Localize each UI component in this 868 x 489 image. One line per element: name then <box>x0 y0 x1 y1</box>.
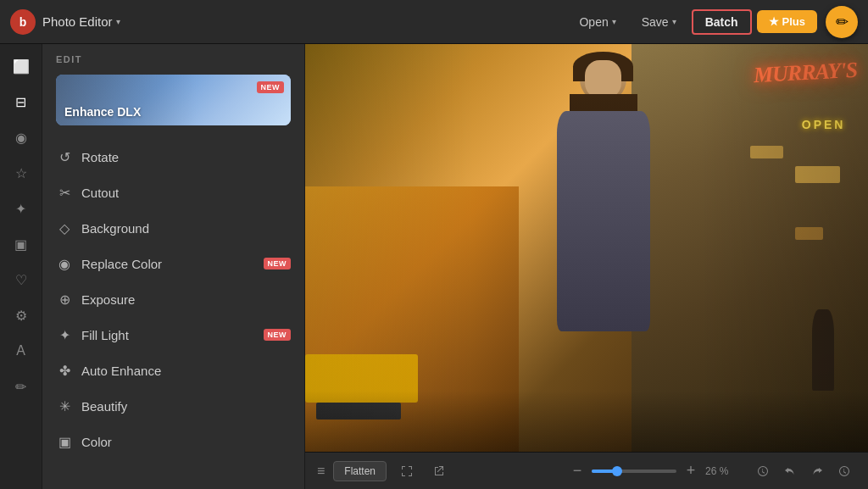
auto-enhance-icon: ✤ <box>56 362 73 379</box>
color-label: Color <box>81 435 291 449</box>
exposure-label: Exposure <box>81 292 291 307</box>
flatten-button[interactable]: Flatten <box>333 461 387 481</box>
color-icon: ▣ <box>56 433 73 450</box>
zoom-minus-button[interactable]: − <box>568 462 587 481</box>
replace-color-badge: NEW <box>264 258 292 270</box>
sidebar-btn-settings[interactable]: ⚙ <box>6 300 36 331</box>
canvas-area: MURRAY'S OPEN <box>305 44 868 489</box>
batch-button[interactable]: Batch <box>692 9 752 35</box>
app-logo: b <box>10 9 36 35</box>
redo-icon[interactable] <box>805 459 829 483</box>
background-icon: ◇ <box>56 219 73 236</box>
replace-color-icon: ◉ <box>56 255 73 272</box>
fill-light-tool[interactable]: ✦ Fill Light NEW <box>42 317 304 353</box>
sidebar-btn-star[interactable]: ☆ <box>6 158 36 188</box>
save-button[interactable]: Save ▾ <box>632 11 687 33</box>
sidebar-btn-heart[interactable]: ♡ <box>6 264 36 295</box>
bottom-right-icons <box>751 459 856 483</box>
sidebar-btn-sliders[interactable]: ⊟ <box>6 86 36 117</box>
heart-icon: ♡ <box>15 272 27 288</box>
history-icon[interactable] <box>832 459 856 483</box>
auto-enhance-tool[interactable]: ✤ Auto Enhance <box>42 353 304 388</box>
sidebar-btn-text[interactable]: A <box>6 336 36 366</box>
tools-header: EDIT <box>42 44 304 71</box>
photo-scene: MURRAY'S OPEN <box>305 44 868 452</box>
background-tool[interactable]: ◇ Background <box>42 210 304 246</box>
fill-light-badge: NEW <box>264 329 292 341</box>
plus-button[interactable]: ★ Plus <box>757 10 817 33</box>
star-icon: ☆ <box>15 165 27 181</box>
layers-icon: ▣ <box>14 236 27 253</box>
color-tool[interactable]: ▣ Color <box>42 424 304 459</box>
rotate-label: Rotate <box>81 150 291 164</box>
tools-list: ↺ Rotate ✂ Cutout ◇ Background ◉ Replace… <box>42 136 304 489</box>
beautify-tool[interactable]: ✳ Beautify <box>42 388 304 424</box>
main-area: ⬜ ⊟ ◉ ☆ ✦ ▣ ♡ ⚙ A ✏ EDIT <box>0 44 868 489</box>
woman-subject <box>457 44 749 452</box>
sign-text: OPEN <box>802 118 846 131</box>
zoom-plus-button[interactable]: + <box>682 462 700 481</box>
exposure-tool[interactable]: ⊕ Exposure <box>42 281 304 317</box>
rotate-icon: ↺ <box>56 148 73 165</box>
eye-icon: ◉ <box>15 130 27 146</box>
brush-icon: ✏ <box>15 379 26 395</box>
sidebar-btn-image[interactable]: ⬜ <box>6 51 36 81</box>
bottom-bar: ≡ Flatten − + 26 % <box>305 452 868 489</box>
enhance-new-badge: NEW <box>257 81 285 93</box>
canvas-image[interactable]: MURRAY'S OPEN <box>305 44 868 452</box>
enhance-card[interactable]: Enhance DLX NEW <box>56 75 291 125</box>
exposure-icon: ⊕ <box>56 291 73 308</box>
auto-enhance-label: Auto Enhance <box>81 364 291 378</box>
cutout-icon: ✂ <box>56 184 73 201</box>
cutout-tool[interactable]: ✂ Cutout <box>42 175 304 210</box>
sidebar-btn-brush[interactable]: ✏ <box>6 371 36 402</box>
title-chevron: ▾ <box>116 17 120 26</box>
external-link-icon[interactable] <box>427 459 451 483</box>
pencil-button[interactable]: ✏ <box>826 6 858 38</box>
fill-light-icon: ✦ <box>56 326 73 343</box>
text-icon: A <box>16 343 25 358</box>
sidebar-btn-eye[interactable]: ◉ <box>6 122 36 153</box>
app-title: Photo Editor <box>42 14 113 29</box>
app-title-group[interactable]: Photo Editor ▾ <box>42 14 120 29</box>
layers-bottom-icon[interactable]: ≡ <box>317 464 325 479</box>
refresh-icon[interactable] <box>751 459 775 483</box>
beautify-icon: ✳ <box>56 397 73 414</box>
cutout-label: Cutout <box>81 186 291 200</box>
zoom-controls: − + 26 % <box>568 462 736 481</box>
replace-color-label: Replace Color <box>81 257 255 271</box>
beautify-label: Beautify <box>81 399 291 414</box>
background-label: Background <box>81 221 291 236</box>
settings-icon: ⚙ <box>15 308 27 324</box>
sliders-icon: ⊟ <box>15 94 26 110</box>
image-icon: ⬜ <box>13 58 30 75</box>
header-nav: Open ▾ Save ▾ Batch ★ Plus ✏ <box>569 6 858 38</box>
tools-panel: EDIT Enhance DLX NEW ↺ Rotate ✂ Cutout ◇… <box>42 44 305 489</box>
replace-color-tool[interactable]: ◉ Replace Color NEW <box>42 246 304 281</box>
star-icon: ★ <box>769 15 779 28</box>
undo-icon[interactable] <box>778 459 802 483</box>
fill-light-label: Fill Light <box>81 328 255 342</box>
enhance-card-label: Enhance DLX <box>64 105 141 119</box>
pencil-icon: ✏ <box>836 13 849 31</box>
expand-icon[interactable] <box>395 459 419 483</box>
header: b Photo Editor ▾ Open ▾ Save ▾ Batch ★ P… <box>0 0 868 44</box>
sidebar-btn-layers[interactable]: ▣ <box>6 229 36 259</box>
icon-sidebar: ⬜ ⊟ ◉ ☆ ✦ ▣ ♡ ⚙ A ✏ <box>0 44 42 489</box>
zoom-percent: 26 % <box>705 465 736 477</box>
sidebar-btn-magic[interactable]: ✦ <box>6 193 36 224</box>
magic-icon: ✦ <box>15 201 26 217</box>
zoom-slider[interactable] <box>592 470 676 473</box>
open-button[interactable]: Open ▾ <box>569 11 626 33</box>
rotate-tool[interactable]: ↺ Rotate <box>42 139 304 175</box>
